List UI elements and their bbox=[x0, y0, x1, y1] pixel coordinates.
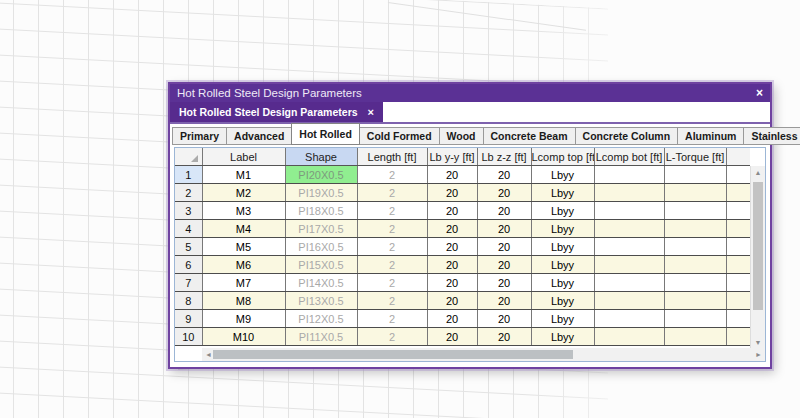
cell-lb_zz-2[interactable]: 20 bbox=[477, 184, 531, 202]
cell-length-7[interactable]: 2 bbox=[357, 274, 427, 292]
cell-length-5[interactable]: 2 bbox=[357, 238, 427, 256]
cell-lcomp_bot-2[interactable] bbox=[594, 184, 664, 202]
cell-shape-10[interactable]: PI11X0.5 bbox=[285, 328, 357, 346]
cell-lcomp_top-7[interactable]: Lbyy bbox=[531, 274, 594, 292]
cell-lcomp_top-4[interactable]: Lbyy bbox=[531, 220, 594, 238]
col-header-label[interactable]: Label bbox=[202, 148, 285, 166]
cell-lb_zz-7[interactable]: 20 bbox=[477, 274, 531, 292]
cell-lcomp_bot-6[interactable] bbox=[594, 256, 664, 274]
cell-lb_zz-4[interactable]: 20 bbox=[477, 220, 531, 238]
row-number[interactable]: 5 bbox=[175, 238, 202, 256]
row-number[interactable]: 10 bbox=[175, 328, 202, 346]
cell-l_torque-10[interactable] bbox=[664, 328, 726, 346]
cell-lcomp_bot-1[interactable] bbox=[594, 166, 664, 184]
cell-length-2[interactable]: 2 bbox=[357, 184, 427, 202]
table-row-6[interactable]: 6M6PI15X0.522020Lbyy bbox=[175, 256, 750, 274]
cell-shape-2[interactable]: PI19X0.5 bbox=[285, 184, 357, 202]
col-header-shape[interactable]: Shape bbox=[285, 148, 357, 166]
tab-concrete-column[interactable]: Concrete Column bbox=[575, 127, 679, 145]
cell-label-10[interactable]: M10 bbox=[202, 328, 285, 346]
cell-l_torque-6[interactable] bbox=[664, 256, 726, 274]
cell-label-2[interactable]: M2 bbox=[202, 184, 285, 202]
cell-lcomp_bot-4[interactable] bbox=[594, 220, 664, 238]
vertical-scrollbar[interactable]: ▲ ▼ bbox=[750, 166, 765, 348]
vertical-scroll-thumb[interactable] bbox=[753, 182, 763, 310]
row-number[interactable]: 8 bbox=[175, 292, 202, 310]
col-header-lcomp_bot[interactable]: Lcomp bot [ft] bbox=[594, 148, 664, 166]
cell-l_torque-7[interactable] bbox=[664, 274, 726, 292]
document-tab-close-icon[interactable]: × bbox=[368, 106, 374, 118]
table-row-3[interactable]: 3M3PI18X0.522020Lbyy bbox=[175, 202, 750, 220]
tab-concrete-beam[interactable]: Concrete Beam bbox=[483, 127, 576, 145]
cell-l_torque-4[interactable] bbox=[664, 220, 726, 238]
horizontal-scrollbar[interactable]: ◄ ► bbox=[202, 348, 765, 361]
cell-l_torque-8[interactable] bbox=[664, 292, 726, 310]
col-header-lcomp_top[interactable]: Lcomp top [ft] bbox=[531, 148, 594, 166]
cell-lcomp_top-1[interactable]: Lbyy bbox=[531, 166, 594, 184]
cell-lb_yy-8[interactable]: 20 bbox=[427, 292, 477, 310]
tab-hot-rolled[interactable]: Hot Rolled bbox=[291, 123, 360, 145]
cell-lb_yy-1[interactable]: 20 bbox=[427, 166, 477, 184]
select-all-corner[interactable] bbox=[175, 148, 202, 166]
cell-length-8[interactable]: 2 bbox=[357, 292, 427, 310]
dialog-title-bar[interactable]: Hot Rolled Steel Design Parameters × bbox=[170, 84, 770, 102]
cell-length-9[interactable]: 2 bbox=[357, 310, 427, 328]
cell-shape-6[interactable]: PI15X0.5 bbox=[285, 256, 357, 274]
cell-shape-7[interactable]: PI14X0.5 bbox=[285, 274, 357, 292]
table-row-5[interactable]: 5M5PI16X0.522020Lbyy bbox=[175, 238, 750, 256]
cell-lb_yy-5[interactable]: 20 bbox=[427, 238, 477, 256]
cell-lcomp_top-3[interactable]: Lbyy bbox=[531, 202, 594, 220]
cell-lcomp_bot-9[interactable] bbox=[594, 310, 664, 328]
cell-lb_yy-9[interactable]: 20 bbox=[427, 310, 477, 328]
cell-lcomp_bot-10[interactable] bbox=[594, 328, 664, 346]
cell-lb_yy-7[interactable]: 20 bbox=[427, 274, 477, 292]
table-row-2[interactable]: 2M2PI19X0.522020Lbyy bbox=[175, 184, 750, 202]
cell-lcomp_top-6[interactable]: Lbyy bbox=[531, 256, 594, 274]
cell-lb_zz-8[interactable]: 20 bbox=[477, 292, 531, 310]
cell-lcomp_top-8[interactable]: Lbyy bbox=[531, 292, 594, 310]
cell-label-4[interactable]: M4 bbox=[202, 220, 285, 238]
document-tab[interactable]: Hot Rolled Steel Design Parameters × bbox=[170, 102, 383, 122]
tab-aluminum[interactable]: Aluminum bbox=[677, 127, 744, 145]
cell-length-4[interactable]: 2 bbox=[357, 220, 427, 238]
cell-lcomp_top-10[interactable]: Lbyy bbox=[531, 328, 594, 346]
row-number[interactable]: 4 bbox=[175, 220, 202, 238]
cell-lb_yy-6[interactable]: 20 bbox=[427, 256, 477, 274]
cell-shape-1[interactable]: PI20X0.5 bbox=[285, 166, 357, 184]
cell-lb_zz-9[interactable]: 20 bbox=[477, 310, 531, 328]
cell-label-3[interactable]: M3 bbox=[202, 202, 285, 220]
tab-primary[interactable]: Primary bbox=[172, 127, 227, 145]
row-number[interactable]: 3 bbox=[175, 202, 202, 220]
row-number[interactable]: 7 bbox=[175, 274, 202, 292]
cell-length-6[interactable]: 2 bbox=[357, 256, 427, 274]
cell-l_torque-9[interactable] bbox=[664, 310, 726, 328]
cell-label-9[interactable]: M9 bbox=[202, 310, 285, 328]
col-header-length[interactable]: Length [ft] bbox=[357, 148, 427, 166]
tab-cold-formed[interactable]: Cold Formed bbox=[359, 127, 440, 145]
table-row-9[interactable]: 9M9PI12X0.522020Lbyy bbox=[175, 310, 750, 328]
table-row-7[interactable]: 7M7PI14X0.522020Lbyy bbox=[175, 274, 750, 292]
cell-lb_zz-1[interactable]: 20 bbox=[477, 166, 531, 184]
cell-label-7[interactable]: M7 bbox=[202, 274, 285, 292]
tab-wood[interactable]: Wood bbox=[439, 127, 484, 145]
scroll-up-icon[interactable]: ▲ bbox=[751, 166, 765, 178]
table-row-10[interactable]: 10M10PI11X0.522020Lbyy bbox=[175, 328, 750, 346]
cell-lcomp_top-5[interactable]: Lbyy bbox=[531, 238, 594, 256]
scroll-right-icon[interactable]: ► bbox=[755, 351, 762, 358]
cell-l_torque-1[interactable] bbox=[664, 166, 726, 184]
cell-shape-3[interactable]: PI18X0.5 bbox=[285, 202, 357, 220]
cell-label-6[interactable]: M6 bbox=[202, 256, 285, 274]
cell-l_torque-3[interactable] bbox=[664, 202, 726, 220]
cell-shape-4[interactable]: PI17X0.5 bbox=[285, 220, 357, 238]
cell-length-1[interactable]: 2 bbox=[357, 166, 427, 184]
cell-lb_zz-5[interactable]: 20 bbox=[477, 238, 531, 256]
cell-shape-8[interactable]: PI13X0.5 bbox=[285, 292, 357, 310]
scroll-left-icon[interactable]: ◄ bbox=[205, 351, 212, 358]
row-number[interactable]: 1 bbox=[175, 166, 202, 184]
row-number[interactable]: 2 bbox=[175, 184, 202, 202]
cell-lcomp_top-9[interactable]: Lbyy bbox=[531, 310, 594, 328]
close-icon[interactable]: × bbox=[756, 87, 763, 99]
cell-lb_yy-3[interactable]: 20 bbox=[427, 202, 477, 220]
table-row-1[interactable]: 1M1PI20X0.522020Lbyy bbox=[175, 166, 750, 184]
cell-lb_yy-2[interactable]: 20 bbox=[427, 184, 477, 202]
